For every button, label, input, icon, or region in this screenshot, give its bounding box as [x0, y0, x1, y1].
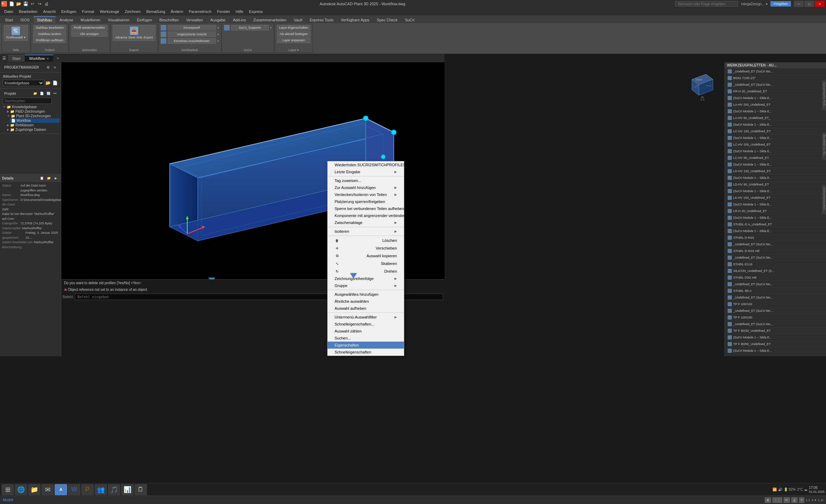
right-item-15[interactable]: LD-HV 150_Undefined_ET — [725, 168, 826, 175]
right-item-17[interactable]: LD-HV 90_Undefined_ET — [725, 181, 826, 188]
tab-isos[interactable]: ISOS — [17, 16, 33, 23]
status-osnap-btn[interactable]: ⌖ — [799, 497, 804, 503]
qa-open[interactable]: 📂 — [15, 1, 22, 7]
minimize-button[interactable]: ─ — [794, 1, 804, 7]
ctx-schnelleigenschaften2[interactable]: Schnelleigenschaften... — [328, 321, 404, 328]
ctx-zur-auswahl[interactable]: Zur Auswahl hinzufügen ▶ — [328, 184, 404, 191]
menu-bemaßung[interactable]: Bemaßung — [144, 9, 168, 14]
status-snap-btn[interactable]: ⊕ — [765, 497, 771, 503]
tree-workflow[interactable]: 📄 Workflow — [10, 118, 59, 123]
tab-addins[interactable]: Add-ins — [229, 16, 249, 23]
tab-zusammenarbeiten[interactable]: Zusammenarbeiten — [250, 16, 290, 23]
tab-analyse[interactable]: Analyse — [56, 16, 77, 23]
tab-start[interactable]: Start — [1, 16, 16, 23]
right-item-24[interactable]: (SuCri Module 1 – Sikla E... — [725, 228, 826, 234]
right-item-34[interactable]: _Undefined_ET (SuCri Mo... — [725, 294, 826, 301]
proj-btn2[interactable]: 📄 — [38, 91, 45, 96]
pm-expand-btn[interactable]: ≡ — [52, 64, 58, 70]
taskbar-mail[interactable]: ✉ — [41, 484, 54, 495]
projekt-select[interactable]: Knowledgebase — [3, 80, 44, 86]
tree-zugehoerige[interactable]: ▶ 📁 Zugehörige Dateien — [6, 127, 59, 132]
right-item-13[interactable]: LC-HV 90_Undefined_ET — [725, 155, 826, 161]
taskbar-browser[interactable]: 🌐 — [15, 484, 27, 495]
status-grid-btn[interactable]: ⋮⋮ — [772, 497, 782, 503]
sucri-supports-btn[interactable]: SuCri_Supports — [231, 25, 269, 30]
menu-ansicht[interactable]: Ansicht — [40, 9, 58, 14]
right-item-41[interactable]: TP F 80/80_Undefined_ET — [725, 341, 826, 348]
taskbar-autocad[interactable]: A — [55, 484, 67, 495]
right-item-23[interactable]: STABIL-D A_Undefined_ET — [725, 221, 826, 228]
ctx-kopieren[interactable]: ⧉ Auswahl kopieren — [328, 252, 404, 260]
tab-sucri[interactable]: SuCri — [401, 16, 418, 23]
ctx-untermenü[interactable]: Untermenü-Auswahlfilter ▶ — [328, 314, 404, 321]
taskbar-teams[interactable]: 👥 — [94, 484, 107, 495]
taskbar-explorer[interactable]: 📁 — [28, 484, 41, 495]
tab-vault[interactable]: Vault — [290, 16, 306, 23]
menu-werkzeuge[interactable]: Werkzeuge — [97, 9, 122, 14]
ctx-drehen[interactable]: ↻ Drehen — [328, 267, 404, 275]
ctx-ausgewähltes[interactable]: Ausgewähltes hinzufügen — [328, 291, 404, 298]
ctx-schnelleigenschaften[interactable]: Schnelleigenschaften — [328, 349, 404, 356]
projekt-search[interactable] — [3, 98, 52, 104]
right-item-42[interactable]: (SuCri Module 1 – Sikla E... — [725, 348, 826, 354]
right-item-6[interactable]: (SuCri Module 1 – Sikla E... — [725, 108, 826, 115]
right-item-40[interactable]: (SuCri Module 1 – Sikla E... — [725, 334, 826, 341]
ctx-löschen[interactable]: 🗑 Löschen — [328, 237, 404, 244]
ctx-suchen[interactable]: Suchen... — [328, 335, 404, 342]
tree-rohklassen[interactable]: ▶ 📁 Rohklassen — [6, 123, 59, 127]
ctx-komponente[interactable]: Komponente mit angrenzender verbinden — [328, 212, 404, 219]
ctx-ähnliche[interactable]: Ähnliche auswählen — [328, 298, 404, 305]
right-item-14[interactable]: (SuCri Module 1 – Sikla E... — [725, 161, 826, 168]
details-btn3[interactable]: ▶ — [52, 175, 59, 181]
right-item-16[interactable]: (SuCri Module 1 – Sikla E... — [725, 175, 826, 181]
tab-workflow-doc[interactable]: Workflow ✕ — [25, 55, 53, 62]
nav-icon[interactable]: ☰ — [1, 55, 8, 62]
taskbar-app3[interactable]: 📊 — [121, 484, 134, 495]
right-item-3[interactable]: FR-H 20_Undefined_ET — [725, 88, 826, 95]
viewcube[interactable]: Oben Links Vorne N 1:1 — [687, 67, 718, 99]
menu-einfügen[interactable]: Einfügen — [58, 9, 79, 14]
details-btn1[interactable]: 📋 — [38, 175, 45, 181]
ctx-platzierung[interactable]: Platzierung sperren/freigeben — [328, 198, 404, 205]
menu-bearbeiten[interactable]: Bearbeiten — [16, 9, 40, 14]
konzeptuell-btn[interactable]: Konzeptuell — [168, 25, 216, 30]
freigeben-button[interactable]: Freigeben — [770, 1, 791, 7]
tab-start-doc[interactable]: Start — [8, 55, 24, 62]
right-item-2[interactable]: _Undefined_ET (SuCri Mo... — [725, 82, 826, 88]
right-item-38[interactable]: _Undefined_ET (SuCri Mo... — [725, 321, 826, 328]
status-polar-btn[interactable]: ∠ — [791, 497, 798, 503]
right-item-25[interactable]: STABIL D-M16 — [725, 234, 826, 241]
notif-battery[interactable]: 🔋 92% — [784, 488, 796, 491]
ctx-verdecken[interactable]: Verdecken/Isolieren von Teilen ▶ — [328, 191, 404, 198]
status-ortho-btn[interactable]: ⊢ — [784, 497, 790, 503]
qa-undo[interactable]: ↩ — [29, 1, 36, 7]
ctx-wiederholen[interactable]: Wiederholen SUCRI2SWITCHPROFILESTRUCTURE — [328, 161, 404, 168]
ctx-zählen[interactable]: Auswahl zählen — [328, 328, 404, 335]
ctx-zwischenablage[interactable]: Zwischenablage ▶ — [328, 219, 404, 226]
taskbar-word[interactable]: W — [68, 484, 80, 495]
layer-anpassen-btn[interactable]: Layer anpassen — [277, 37, 311, 43]
right-item-10[interactable]: (SuCri Module 1 – Sikla E... — [725, 135, 826, 141]
qa-save[interactable]: 💾 — [22, 1, 29, 7]
qa-new[interactable]: 📄 — [8, 1, 15, 7]
als-aktuell-btn[interactable]: Als aktuell festlegen — [277, 31, 311, 37]
right-item-22[interactable]: (SuCri Module 1 – Sikla E... — [725, 215, 826, 221]
ungesicherte-btn[interactable]: Ungesicherte Ansicht — [168, 31, 216, 37]
stahlbau-ändern-btn[interactable]: Stahlbau ändern — [33, 31, 66, 37]
layer-eigenschaften-btn[interactable]: Layer-Eigenschaften — [277, 25, 311, 30]
projekt-open-btn[interactable]: 📂 — [45, 80, 51, 86]
right-item-7[interactable]: LA-HV 90_Undefined_ET_ — [725, 115, 826, 121]
right-item-20[interactable]: (SuCri Module 1 – Sikla E... — [725, 201, 826, 208]
taskbar-app2[interactable]: 🎵 — [108, 484, 120, 495]
tab-speccheck[interactable]: Spec Check — [373, 16, 401, 23]
right-item-33[interactable]: STABIL 3B-A — [725, 288, 826, 294]
right-item-12[interactable]: (SuCri Module 1 – Sikla E... — [725, 148, 826, 155]
close-button[interactable]: ✕ — [815, 1, 825, 7]
right-item-37[interactable]: TP F 100/160 — [725, 314, 826, 321]
pm-settings-btn[interactable]: ⚙ — [45, 64, 51, 70]
ctx-eigenschaften[interactable]: Eigenschaften — [328, 342, 404, 349]
ctx-zeichnungsreihenfolge[interactable]: Zeichnungsreihenfolge ▶ — [328, 275, 404, 282]
taskbar-powerpoint[interactable]: P — [81, 484, 94, 495]
projekt-new-btn[interactable]: 📄 — [52, 80, 58, 86]
notif-network[interactable]: 📶 — [772, 488, 777, 491]
